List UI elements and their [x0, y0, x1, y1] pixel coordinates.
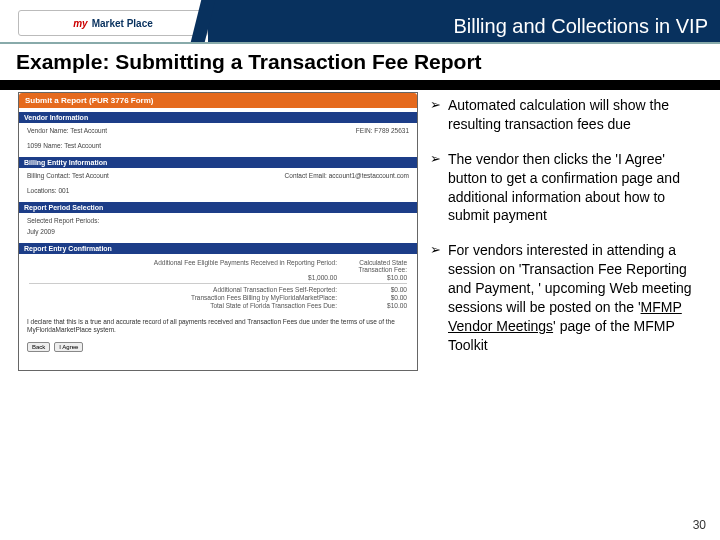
w9-name-label: 1099 Name: Test Account [27, 142, 101, 149]
period-label: Selected Report Periods: [27, 217, 99, 224]
calc-table: Additional Fee Eligible Payments Receive… [19, 254, 417, 314]
confirm-band: Report Entry Confirmation [19, 243, 417, 254]
form-title-band: Submit a Report (PUR 3776 Form) [19, 93, 417, 108]
bullet-list: Automated calculation will show the resu… [418, 90, 702, 371]
page-title: Billing and Collections in VIP [453, 15, 708, 38]
bullet-1: Automated calculation will show the resu… [430, 96, 702, 134]
billing-info-band: Billing Entity Information [19, 157, 417, 168]
period-value-row: July 2009 [19, 228, 417, 239]
slide-header: my Market Place Billing and Collections … [0, 0, 720, 42]
vendor-row-2: 1099 Name: Test Account [19, 138, 417, 153]
logo-left: my [73, 18, 87, 29]
back-button[interactable]: Back [27, 342, 50, 352]
period-value: July 2009 [27, 228, 55, 235]
declaration-text: I declare that this is a true and accura… [19, 314, 417, 339]
contact-email: Contact Email: account1@testaccount.com [285, 172, 409, 179]
period-row: Selected Report Periods: [19, 213, 417, 228]
billing-contact: Billing Contact: Test Account [27, 172, 109, 179]
billing-row-2: Locations: 001 [19, 183, 417, 198]
bullet-2: The vendor then clicks the 'I Agree' but… [430, 150, 702, 226]
fein-label: FEIN: F789 25631 [356, 127, 409, 134]
billing-row-1: Billing Contact: Test Account Contact Em… [19, 168, 417, 183]
form-screenshot: Submit a Report (PUR 3776 Form) Vendor I… [18, 92, 418, 371]
vendor-info-band: Vendor Information [19, 112, 417, 123]
page-number: 30 [693, 518, 706, 532]
brand-logo: my Market Place [18, 10, 208, 36]
period-band: Report Period Selection [19, 202, 417, 213]
slide-content: Submit a Report (PUR 3776 Form) Vendor I… [0, 90, 720, 371]
title-bar: Billing and Collections in VIP [208, 0, 720, 42]
slide-subheading: Example: Submitting a Transaction Fee Re… [0, 44, 720, 78]
form-buttons: Back I Agree [19, 339, 417, 358]
vendor-row-1: Vendor Name: Test Account FEIN: F789 256… [19, 123, 417, 138]
agree-button[interactable]: I Agree [54, 342, 83, 352]
locations-label: Locations: 001 [27, 187, 69, 194]
vendor-name-label: Vendor Name: Test Account [27, 127, 107, 134]
section-underline [0, 80, 720, 90]
logo-right: Market Place [92, 18, 153, 29]
bullet-3: For vendors interested in attending a se… [430, 241, 702, 354]
